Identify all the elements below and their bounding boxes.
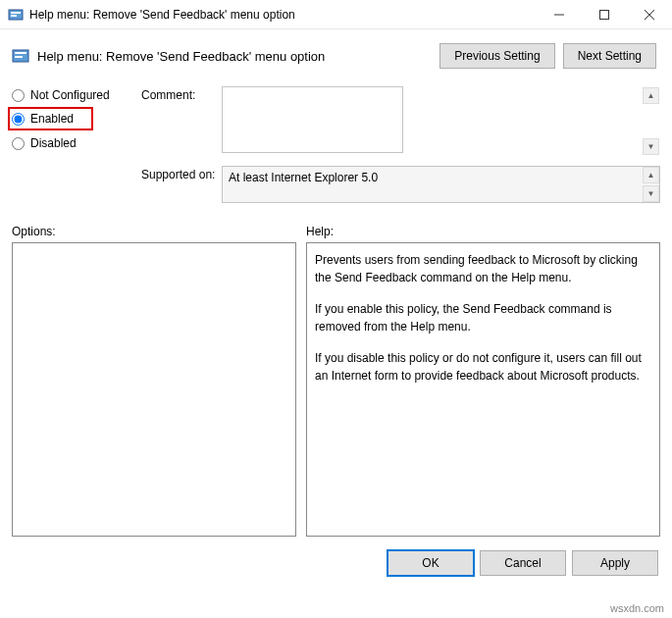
scroll-down-icon[interactable]: ▼: [643, 185, 659, 202]
scroll-down-icon[interactable]: ▼: [643, 138, 659, 155]
titlebar: Help menu: Remove 'Send Feedback' menu o…: [0, 0, 672, 29]
scroll-up-icon[interactable]: ▲: [643, 87, 659, 104]
policy-icon: [12, 47, 29, 65]
help-label: Help:: [306, 225, 334, 238]
apply-button[interactable]: Apply: [572, 550, 658, 576]
help-panel: Prevents users from sending feedback to …: [306, 242, 660, 537]
state-radios: Not Configured Enabled Disabled: [12, 86, 129, 213]
svg-rect-1: [11, 12, 21, 14]
help-text: Prevents users from sending feedback to …: [315, 251, 651, 286]
previous-setting-button[interactable]: Previous Setting: [439, 43, 554, 69]
close-button[interactable]: [627, 0, 672, 29]
svg-rect-9: [15, 56, 23, 58]
ok-button[interactable]: OK: [388, 550, 474, 576]
radio-label: Enabled: [30, 112, 74, 126]
cancel-button[interactable]: Cancel: [480, 550, 566, 576]
radio-enabled-input[interactable]: [12, 113, 25, 126]
radio-disabled[interactable]: Disabled: [12, 136, 129, 150]
svg-rect-2: [11, 15, 17, 17]
header: Help menu: Remove 'Send Feedback' menu o…: [0, 29, 672, 77]
help-text: If you enable this policy, the Send Feed…: [315, 300, 651, 335]
page-title: Help menu: Remove 'Send Feedback' menu o…: [37, 49, 439, 64]
comment-label: Comment:: [141, 86, 222, 156]
radio-disabled-input[interactable]: [12, 137, 25, 150]
svg-rect-4: [600, 10, 609, 19]
minimize-button[interactable]: [537, 0, 582, 29]
footer-buttons: OK Cancel Apply: [0, 537, 672, 576]
help-text: If you disable this policy or do not con…: [315, 349, 651, 385]
next-setting-button[interactable]: Next Setting: [563, 43, 656, 69]
options-label: Options:: [12, 225, 306, 238]
comment-input[interactable]: [222, 86, 403, 153]
supported-on-label: Supported on:: [141, 166, 222, 203]
radio-not-configured[interactable]: Not Configured: [12, 88, 129, 102]
radio-not-configured-input[interactable]: [12, 89, 25, 102]
options-panel: [12, 242, 296, 537]
watermark: wsxdn.com: [610, 602, 664, 614]
scroll-up-icon[interactable]: ▲: [643, 167, 659, 183]
svg-rect-8: [15, 52, 26, 54]
radio-enabled[interactable]: Enabled: [8, 107, 93, 130]
radio-label: Disabled: [30, 136, 77, 150]
maximize-button[interactable]: [582, 0, 627, 29]
window-title: Help menu: Remove 'Send Feedback' menu o…: [29, 8, 537, 22]
radio-label: Not Configured: [30, 88, 110, 102]
policy-icon: [8, 7, 24, 23]
supported-on-value: At least Internet Explorer 5.0: [222, 166, 660, 203]
